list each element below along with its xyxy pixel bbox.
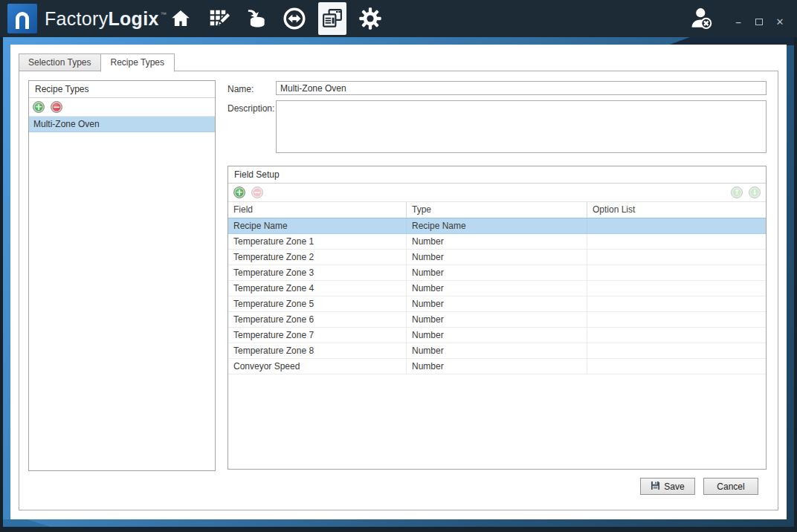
cell-type[interactable]: Number bbox=[407, 296, 587, 311]
minus-icon: − bbox=[254, 188, 261, 197]
cell-option-list[interactable] bbox=[587, 328, 766, 343]
cell-option-list[interactable] bbox=[587, 312, 766, 327]
cell-option-list[interactable] bbox=[587, 281, 766, 296]
minus-icon: − bbox=[53, 103, 60, 111]
cell-option-list[interactable] bbox=[587, 265, 766, 280]
nav-home-button[interactable] bbox=[167, 2, 195, 35]
move-field-up-button[interactable]: ↑ bbox=[731, 186, 743, 198]
arrow-down-icon: ↓ bbox=[752, 189, 758, 196]
cell-field[interactable]: Temperature Zone 4 bbox=[228, 281, 407, 296]
field-table-body: Recipe Name Recipe Name Temperature Zone… bbox=[228, 218, 766, 374]
table-row[interactable]: Temperature Zone 1 Number bbox=[228, 234, 766, 250]
plus-icon: + bbox=[35, 103, 42, 111]
app-window: FactoryLogix™ bbox=[0, 0, 797, 532]
table-row[interactable]: Temperature Zone 6 Number bbox=[228, 312, 766, 328]
titlebar: FactoryLogix™ bbox=[0, 0, 797, 37]
cell-type[interactable]: Recipe Name bbox=[407, 218, 587, 233]
save-button-label: Save bbox=[664, 481, 684, 492]
plus-icon: + bbox=[236, 188, 243, 197]
close-button[interactable]: ✕ bbox=[775, 16, 785, 27]
nav-planning-button[interactable] bbox=[204, 2, 233, 35]
cell-type[interactable]: Number bbox=[407, 281, 587, 296]
table-row[interactable]: Temperature Zone 3 Number bbox=[228, 265, 766, 281]
table-row[interactable]: Temperature Zone 7 Number bbox=[228, 328, 766, 343]
arrow-up-icon: ↑ bbox=[734, 189, 740, 196]
table-row[interactable]: Recipe Name Recipe Name bbox=[228, 218, 766, 234]
cell-type[interactable]: Number bbox=[407, 234, 587, 249]
cell-field[interactable]: Temperature Zone 3 bbox=[228, 265, 407, 280]
list-item-label: Multi-Zone Oven bbox=[33, 119, 100, 129]
cell-type[interactable]: Number bbox=[407, 312, 587, 327]
cell-type[interactable]: Number bbox=[407, 328, 587, 343]
nav-data-import-button[interactable] bbox=[242, 2, 271, 35]
app-title: FactoryLogix™ bbox=[45, 0, 167, 37]
cell-option-list[interactable] bbox=[587, 343, 766, 358]
data-import-database-icon bbox=[245, 7, 268, 30]
add-field-button[interactable]: + bbox=[233, 186, 245, 198]
column-header-field[interactable]: Field bbox=[228, 202, 407, 218]
nav-sync-button[interactable] bbox=[280, 2, 309, 35]
user-logout-button[interactable] bbox=[688, 5, 714, 33]
save-floppy-icon bbox=[651, 481, 660, 493]
settings-gear-icon bbox=[358, 7, 382, 30]
list-item[interactable]: Multi-Zone Oven bbox=[29, 117, 215, 132]
cell-option-list[interactable] bbox=[587, 359, 766, 374]
table-row[interactable]: Temperature Zone 4 Number bbox=[228, 281, 766, 296]
remove-recipe-type-button[interactable]: − bbox=[51, 101, 62, 113]
cell-option-list[interactable] bbox=[587, 234, 766, 249]
cell-field[interactable]: Temperature Zone 5 bbox=[228, 296, 407, 311]
cell-field[interactable]: Temperature Zone 8 bbox=[228, 343, 407, 358]
app-title-light: Factory bbox=[45, 8, 108, 30]
cell-type[interactable]: Number bbox=[407, 265, 587, 280]
main-panel: Selection Types Recipe Types Recipe Type… bbox=[10, 45, 787, 519]
sync-transfer-icon bbox=[283, 7, 306, 30]
app-title-bold: Logix bbox=[108, 8, 158, 30]
cell-type[interactable]: Number bbox=[407, 359, 587, 374]
cancel-button-label: Cancel bbox=[717, 481, 744, 492]
column-header-type[interactable]: Type bbox=[407, 202, 587, 218]
table-row[interactable]: Temperature Zone 2 Number bbox=[228, 250, 766, 265]
nav-documents-button[interactable] bbox=[318, 2, 346, 35]
cell-option-list[interactable] bbox=[587, 218, 766, 233]
tab-recipe-types[interactable]: Recipe Types bbox=[100, 53, 175, 72]
field-table-header: Field Type Option List bbox=[228, 202, 766, 218]
cell-field[interactable]: Recipe Name bbox=[228, 218, 407, 233]
cell-field[interactable]: Temperature Zone 1 bbox=[228, 234, 407, 249]
table-row[interactable]: Conveyor Speed Number bbox=[228, 359, 766, 374]
table-row[interactable]: Temperature Zone 5 Number bbox=[228, 296, 766, 312]
cell-field[interactable]: Temperature Zone 7 bbox=[228, 328, 407, 343]
cell-option-list[interactable] bbox=[587, 250, 766, 265]
app-logo bbox=[7, 4, 37, 33]
footer-buttons: Save Cancel bbox=[640, 478, 758, 495]
recipe-types-toolbar: + − bbox=[29, 98, 215, 117]
cell-option-list[interactable] bbox=[587, 296, 766, 311]
minimize-button[interactable]: – bbox=[733, 16, 743, 27]
cell-field[interactable]: Temperature Zone 6 bbox=[228, 312, 407, 327]
name-input[interactable] bbox=[276, 81, 767, 95]
trademark: ™ bbox=[161, 11, 167, 18]
add-recipe-type-button[interactable]: + bbox=[33, 101, 45, 113]
save-button[interactable]: Save bbox=[640, 478, 695, 495]
tab-content: Recipe Types + − Multi-Zone Oven Name: D… bbox=[19, 71, 778, 510]
column-header-option-list[interactable]: Option List bbox=[587, 202, 766, 218]
nav-settings-button[interactable] bbox=[356, 2, 384, 35]
tab-strip: Selection Types Recipe Types bbox=[19, 53, 174, 71]
maximize-button[interactable] bbox=[754, 16, 764, 27]
table-row[interactable]: Temperature Zone 8 Number bbox=[228, 343, 766, 359]
description-label: Description: bbox=[228, 103, 274, 114]
cancel-button[interactable]: Cancel bbox=[703, 478, 758, 495]
tab-selection-types[interactable]: Selection Types bbox=[19, 53, 101, 71]
cell-field[interactable]: Conveyor Speed bbox=[228, 359, 407, 374]
remove-field-button[interactable]: − bbox=[251, 186, 263, 198]
cell-field[interactable]: Temperature Zone 2 bbox=[228, 250, 407, 265]
maximize-icon bbox=[755, 19, 763, 25]
description-input[interactable] bbox=[276, 100, 767, 153]
main-nav bbox=[167, 0, 384, 37]
cell-type[interactable]: Number bbox=[407, 250, 587, 265]
move-field-down-button[interactable]: ↓ bbox=[749, 186, 761, 198]
field-setup-title: Field Setup bbox=[228, 166, 766, 184]
window-controls: – ✕ bbox=[733, 16, 785, 27]
cell-type[interactable]: Number bbox=[407, 343, 587, 358]
recipe-types-panel-title: Recipe Types bbox=[29, 81, 215, 98]
field-setup-toolbar: + − ↑ ↓ bbox=[228, 184, 766, 202]
